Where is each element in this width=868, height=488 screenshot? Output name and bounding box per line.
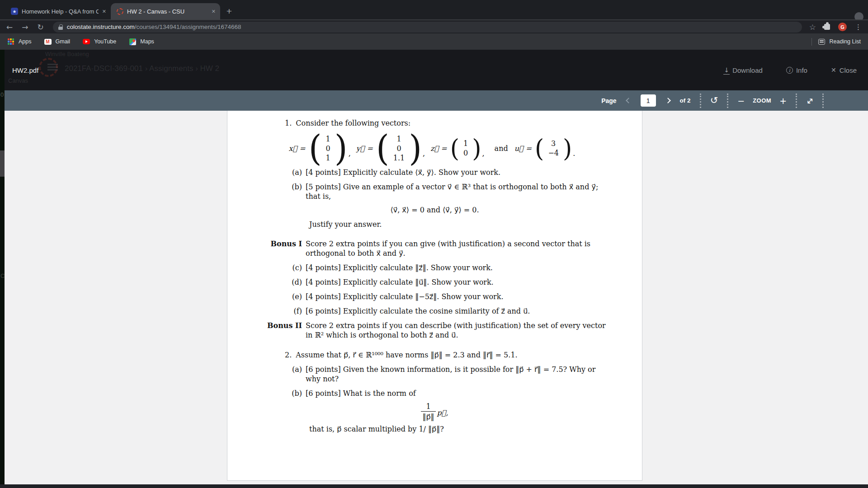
page-number-input[interactable]	[641, 94, 656, 107]
bottom-edge	[0, 484, 868, 488]
vector-x: x⃗ = ( 1 0 1 )	[289, 134, 348, 163]
url-input[interactable]: colostate.instructure.com /courses/13494…	[53, 22, 802, 33]
lock-icon[interactable]	[58, 24, 63, 30]
normalized-vector-expression: 1 ‖p⃗‖ p⃗,	[227, 402, 642, 422]
bookmarks-bar: Apps M Gmail YouTube Maps	[0, 33, 868, 50]
vector-y: y⃗ = ( 1 0 1.1 )	[356, 134, 422, 163]
item-d: (d) [4 points] Explicitly calculate ‖u⃗‖…	[227, 277, 642, 287]
bookmark-gmail[interactable]: M Gmail	[44, 38, 71, 45]
faint-breadcrumb: 2021FA-DSCI-369-001 › Assignments › HW 2	[65, 64, 219, 73]
youtube-icon	[83, 38, 90, 45]
item-2a: (a) [6 points] Given the known informati…	[227, 365, 642, 384]
zoom-out-icon[interactable]: −	[737, 96, 745, 106]
bookmark-maps[interactable]: Maps	[129, 38, 154, 45]
new-tab-button[interactable]: +	[223, 5, 236, 18]
tab-strip: ★ Homework Help - Q&A from Onl ✕ HW 2 - …	[0, 0, 868, 19]
pdf-content-area: 1. Consider the following vectors: x⃗ = …	[5, 111, 868, 488]
extensions-icon[interactable]	[824, 24, 830, 30]
url-host: colostate.instructure.com	[67, 23, 135, 30]
download-icon: ↓	[724, 67, 729, 73]
info-icon: i	[786, 67, 793, 74]
pdf-preview-header: Winville Boateng 2021FA-DSCI-369-001 › A…	[5, 50, 868, 90]
rotate-icon[interactable]: ↺	[710, 96, 718, 105]
question-1: 1. Consider the following vectors:	[227, 118, 642, 128]
tab-homework-help[interactable]: ★ Homework Help - Q&A from Onl ✕	[5, 3, 111, 19]
previous-page-icon[interactable]	[626, 98, 632, 103]
tab-hw2-canvas[interactable]: HW 2 - Canvas - CSU ✕	[111, 3, 220, 19]
reading-list-icon	[818, 38, 826, 45]
item-2b: (b) [6 points] What is the norm of	[227, 389, 642, 398]
download-label: Download	[732, 66, 763, 74]
item-e: (e) [4 points] Explicitly calculate ‖−5z…	[227, 292, 642, 301]
reload-icon[interactable]: ↻	[38, 23, 44, 32]
page-count-label: of 2	[680, 97, 691, 104]
bonus-2: Bonus II Score 2 extra points if you can…	[227, 321, 642, 340]
edge-text: 0	[0, 91, 4, 98]
vector-definitions: x⃗ = ( 1 0 1 ) , y⃗ = ( 1 0 1	[227, 134, 642, 163]
bonus-1: Bonus I Score 2 extra points if you can …	[227, 239, 642, 258]
item-2b-tail: that is, p⃗ scalar multiplied by 1/ ‖p⃗‖…	[227, 424, 642, 434]
bookmarks-divider	[811, 38, 812, 46]
browser-window: ★ Homework Help - Q&A from Onl ✕ HW 2 - …	[0, 0, 868, 488]
bookmark-label: Apps	[19, 38, 32, 45]
faint-user-name: Winville Boateng	[45, 51, 89, 57]
pdf-toolbar: Page of 2 ↺ − ZOOM + ↔	[5, 90, 868, 111]
justify-line: Justify your answer.	[227, 220, 642, 229]
close-label: Close	[840, 66, 857, 74]
profile-avatar[interactable]: G	[838, 23, 847, 31]
address-bar-actions: ☆ G ⋮	[809, 23, 862, 32]
maps-icon	[129, 38, 136, 45]
bookmark-label: Gmail	[56, 38, 71, 45]
apps-grid-icon	[7, 38, 14, 45]
back-icon[interactable]: ←	[6, 23, 13, 32]
edge-scroll-block	[0, 150, 5, 177]
pdf-page: 1. Consider the following vectors: x⃗ = …	[227, 111, 642, 481]
orthogonality-equation: ⟨v⃗, x⃗⟩ = 0 and ⟨v⃗, y⃗⟩ = 0.	[227, 205, 642, 215]
edge-text: C	[0, 272, 5, 279]
forward-icon[interactable]: →	[22, 23, 28, 32]
info-button[interactable]: i Info	[786, 66, 807, 74]
item-a: (a) [4 points] Explicitly calculate ⟨x⃗,…	[227, 168, 642, 177]
question-text: Assume that p⃗, r⃗ ∈ ℝ¹⁰⁰⁰ have norms ‖p…	[296, 350, 517, 360]
reading-list-button[interactable]: Reading List	[818, 38, 861, 45]
toolbar-separator	[700, 94, 701, 108]
canvas-sidebar-edge: 0 C	[0, 50, 5, 488]
tab-title: Homework Help - Q&A from Onl	[22, 8, 99, 15]
question-number: 2.	[285, 350, 292, 360]
item-f: (f) [6 points] Explicitly calculate the …	[227, 306, 642, 316]
tab-close-icon[interactable]: ✕	[102, 9, 106, 14]
toolbar-separator	[796, 94, 797, 108]
address-bar: ← → ↻ colostate.instructure.com /courses…	[0, 19, 868, 33]
item-b: (b) [5 points] Give an example of a vect…	[227, 182, 642, 201]
info-label: Info	[796, 66, 807, 74]
bookmark-label: YouTube	[94, 38, 116, 45]
reading-list-label: Reading List	[830, 38, 861, 45]
close-icon: ✕	[831, 66, 836, 74]
download-button[interactable]: ↓ Download	[724, 66, 762, 74]
item-c: (c) [4 points] Explicitly calculate ‖z⃗‖…	[227, 263, 642, 272]
bookmark-youtube[interactable]: YouTube	[83, 38, 116, 45]
canvas-favicon	[116, 8, 123, 15]
star-favicon: ★	[11, 8, 18, 15]
faint-hamburger-icon	[47, 64, 58, 70]
tab-close-icon[interactable]: ✕	[212, 9, 216, 14]
url-path: /courses/134941/assignments/1674668	[135, 23, 241, 30]
toolbar-separator	[822, 94, 824, 108]
question-number: 1.	[285, 118, 292, 128]
toolbar-separator	[727, 94, 728, 108]
zoom-label: ZOOM	[753, 97, 771, 104]
fullscreen-icon[interactable]: ↔	[804, 94, 816, 107]
question-2: 2. Assume that p⃗, r⃗ ∈ ℝ¹⁰⁰⁰ have norms…	[227, 350, 642, 360]
question-text: Consider the following vectors:	[296, 118, 410, 128]
gmail-icon: M	[44, 38, 52, 45]
bookmark-star-icon[interactable]: ☆	[809, 23, 816, 32]
vector-u: and u⃗ = ( 3 −4 )	[490, 138, 572, 159]
bookmark-apps[interactable]: Apps	[7, 38, 32, 45]
next-page-icon[interactable]	[665, 98, 671, 103]
zoom-in-icon[interactable]: +	[779, 96, 787, 106]
close-button[interactable]: ✕ Close	[831, 66, 857, 74]
chrome-menu-icon[interactable]: ⋮	[855, 23, 862, 31]
vector-z: z⃗ = ( 1 0 )	[430, 138, 481, 159]
page-label: Page	[601, 97, 616, 104]
tab-title: HW 2 - Canvas - CSU	[127, 8, 208, 15]
